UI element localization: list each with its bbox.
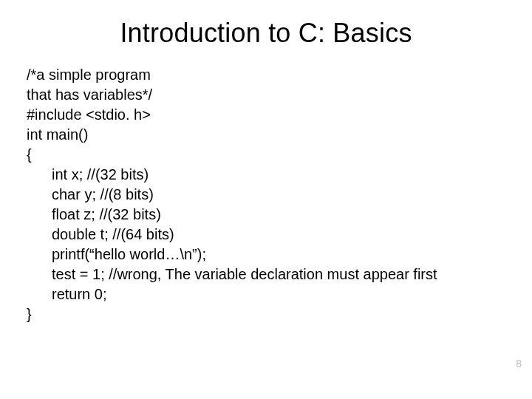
code-line: { (27, 145, 505, 165)
code-line: /*a simple program (27, 65, 505, 85)
code-line: test = 1; //wrong, The variable declarat… (27, 265, 505, 284)
code-line: char y; //(8 bits) (27, 185, 505, 205)
code-line: int main() (27, 125, 505, 145)
code-line: #include <stdio. h> (27, 105, 505, 125)
slide: Introduction to C: Basics /*a simple pro… (0, 0, 532, 399)
code-line: float z; //(32 bits) (27, 205, 505, 225)
code-line: double t; //(64 bits) (27, 225, 505, 245)
code-block: /*a simple program that has variables*/ … (27, 65, 505, 324)
code-line: } (27, 304, 505, 324)
code-line: printf(“hello world…\n”); (27, 245, 505, 265)
page-number: 8 (516, 358, 522, 369)
code-line: return 0; (27, 284, 505, 304)
code-line: that has variables*/ (27, 85, 505, 105)
slide-title: Introduction to C: Basics (27, 18, 505, 49)
code-line: int x; //(32 bits) (27, 165, 505, 185)
